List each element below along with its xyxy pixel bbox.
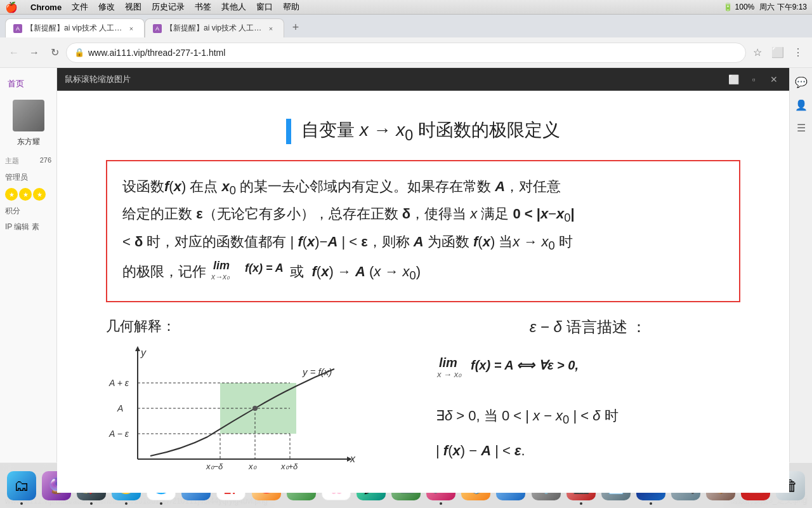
launchpad-dot: [90, 502, 93, 505]
bottom-section: 几何解释：: [106, 315, 740, 478]
sidebar-home[interactable]: 首页: [0, 73, 56, 95]
badge-2: ★: [19, 188, 32, 201]
menubar-history[interactable]: 历史记录: [152, 1, 185, 13]
new-tab-button[interactable]: +: [287, 18, 304, 36]
tab-bar: A 【新提醒】ai vip技术 人工智能... × A 【新提醒】ai vip技…: [0, 15, 812, 37]
definition-box: 设函数f(x) 在点 x0 的某一去心邻域内有定义。如果存在常数 A，对任意 给…: [106, 160, 740, 302]
image-content: 自变量 x → x0 时函数的极限定义 设函数f(x) 在点 x0 的某一去心邻…: [57, 91, 789, 493]
def-line3: < δ 时，对应的函数值都有 | f(x)−A | < ε，则称 A 为函数 f…: [122, 229, 724, 257]
svg-text:y: y: [140, 347, 147, 358]
forward-button[interactable]: →: [25, 44, 43, 62]
main-content: 首页 东方耀 主题 276 管理员 ★ ★ ★ 积分 IP 编辑 素: [0, 68, 812, 493]
svg-marker-6: [135, 346, 140, 351]
formula-line2: ∃δ > 0, 当 0 < | x − x0 | < δ 时: [436, 402, 740, 432]
right-panel: 💬 👤 ☰: [789, 68, 812, 493]
image-viewer-title: 鼠标滚轮缩放图片: [65, 74, 721, 85]
reload-button[interactable]: ↻: [46, 44, 63, 62]
menubar-window[interactable]: 窗口: [256, 1, 273, 13]
extension-icon[interactable]: ⬜: [769, 44, 787, 62]
music-dot: [440, 502, 442, 505]
left-sidebar: 首页 东方耀 主题 276 管理员 ★ ★ ★ 积分 IP 编辑 素: [0, 68, 57, 493]
def-line1: 设函数f(x) 在点 x0 的某一去心邻域内有定义。如果存在常数 A，对任意: [122, 174, 724, 201]
menubar-time: 周六 下午9:13: [759, 2, 807, 13]
menubar-file[interactable]: 文件: [72, 1, 88, 13]
right-panel-icon-3[interactable]: ☰: [792, 119, 810, 137]
sidebar-stats: 主题 276: [0, 152, 56, 170]
menu-icon[interactable]: ⋮: [789, 44, 807, 62]
image-viewer-inner: 鼠标滚轮缩放图片 ⬜ ▫ ✕ 自变量 x → x0 时函数的极限定义: [57, 68, 789, 493]
tab-favicon-1: A: [13, 24, 22, 33]
def-line2: 给定的正数 ε（无论它有多小），总存在正数 δ，使得当 x 满足 0 < |x−…: [122, 201, 724, 229]
graph-container: y x: [106, 345, 410, 478]
geo-section: 几何解释：: [106, 315, 410, 478]
menubar-view[interactable]: 视图: [125, 1, 141, 13]
sidebar-avatar: [13, 100, 44, 131]
title-text: 自变量 x → x0 时函数的极限定义: [301, 116, 560, 147]
badge-3: ★: [33, 188, 46, 201]
svg-point-23: [252, 406, 258, 411]
svg-text:A − ε: A − ε: [108, 429, 129, 439]
svg-text:y = f(x): y = f(x): [302, 366, 332, 377]
menubar: 🍎 Chrome 文件 修改 视图 历史记录 书签 其他人 窗口 帮助 🔋 10…: [0, 0, 812, 15]
image-viewer: 鼠标滚轮缩放图片 ⬜ ▫ ✕ 自变量 x → x0 时函数的极限定义: [57, 68, 789, 493]
svg-text:x → x₀: x → x₀: [436, 370, 462, 379]
svg-text:A: A: [117, 403, 123, 413]
iv-minimize-btn[interactable]: ▫: [746, 72, 761, 87]
lock-icon: 🔒: [74, 48, 84, 57]
formula-line1: lim x → x₀ f(x) = A ⟺ ∀ε > 0,: [436, 349, 740, 397]
menubar-help[interactable]: 帮助: [283, 1, 299, 13]
address-bar-right: ☆ ⬜ ⋮: [749, 44, 807, 62]
formula-line3: | f(x) − A | < ε.: [436, 437, 740, 465]
finder-dot: [20, 502, 23, 505]
tab-favicon-2: A: [153, 24, 162, 33]
geo-label: 几何解释：: [106, 315, 410, 337]
math-page: 自变量 x → x0 时函数的极限定义 设函数f(x) 在点 x0 的某一去心邻…: [87, 104, 759, 491]
menubar-edit[interactable]: 修改: [98, 1, 115, 13]
sidebar-role: 管理员: [0, 170, 56, 185]
ps-dot: [650, 502, 652, 505]
menubar-bookmarks[interactable]: 书签: [195, 1, 211, 13]
menubar-right: 🔋 100% 周六 下午9:13: [723, 2, 807, 13]
sidebar-points: 积分: [0, 203, 56, 219]
svg-text:x→x₀: x→x₀: [211, 272, 230, 281]
function-graph: y x: [106, 345, 360, 472]
svg-text:x₀−δ: x₀−δ: [206, 462, 223, 471]
svg-text:x: x: [350, 453, 356, 464]
tab-close-1[interactable]: ×: [126, 23, 136, 34]
svg-text:lim: lim: [213, 259, 230, 272]
url-bar[interactable]: 🔒 www.ai111.vip/thread-277-1-1.html: [66, 43, 746, 63]
menubar-chrome[interactable]: Chrome: [30, 3, 62, 12]
dock-finder[interactable]: 🗂: [5, 469, 37, 502]
sidebar-username: 东方耀: [17, 137, 40, 147]
def-line4: 的极限，记作 lim x→x₀ f(x) = A 或 f(x) → A (x →…: [122, 257, 724, 288]
tab-1[interactable]: A 【新提醒】ai vip技术 人工智能... ×: [5, 18, 145, 37]
topics-label: 主题: [5, 156, 19, 166]
formula-svg-1: lim x → x₀ f(x) = A ⟺ ∀ε > 0,: [436, 349, 677, 387]
menubar-people[interactable]: 其他人: [221, 1, 246, 13]
sidebar-ip: IP 编辑 素: [0, 219, 56, 235]
chrome-window: A 【新提醒】ai vip技术 人工智能... × A 【新提醒】ai vip技…: [0, 15, 812, 508]
math-title: 自变量 x → x0 时函数的极限定义: [106, 116, 740, 147]
right-panel-icon-1[interactable]: 💬: [792, 73, 810, 91]
iv-close-btn[interactable]: ✕: [766, 72, 782, 87]
chrome-dot: [160, 502, 162, 505]
blue-bar: [286, 119, 291, 144]
back-button[interactable]: ←: [5, 44, 23, 62]
epsilon-delta-section: ε − δ 语言描述 ： lim x → x₀ f(x) = A ⟺ ∀ε > …: [436, 315, 740, 478]
svg-text:lim: lim: [439, 356, 457, 370]
tab-close-2[interactable]: ×: [266, 23, 276, 34]
tab-2[interactable]: A 【新提醒】ai vip技术 人工智能... ×: [145, 18, 284, 37]
svg-text:f(x) = A  ⟺  ∀ε > 0,: f(x) = A ⟺ ∀ε > 0,: [471, 358, 579, 372]
svg-text:x₀+δ: x₀+δ: [280, 462, 298, 471]
tab-title-2: 【新提醒】ai vip技术 人工智能...: [166, 23, 262, 34]
right-panel-icon-2[interactable]: 👤: [792, 96, 810, 114]
menubar-battery: 🔋 100%: [723, 3, 754, 11]
finder-icon: 🗂: [7, 471, 36, 500]
safari-dot: [125, 502, 128, 505]
bookmark-icon[interactable]: ☆: [749, 44, 766, 62]
iv-open-new-btn[interactable]: ⬜: [726, 72, 741, 87]
apple-menu-icon[interactable]: 🍎: [5, 1, 18, 13]
image-viewer-toolbar: 鼠标滚轮缩放图片 ⬜ ▫ ✕: [57, 68, 789, 91]
topics-count: 276: [40, 156, 51, 166]
address-bar: ← → ↻ 🔒 www.ai111.vip/thread-277-1-1.htm…: [0, 37, 812, 68]
